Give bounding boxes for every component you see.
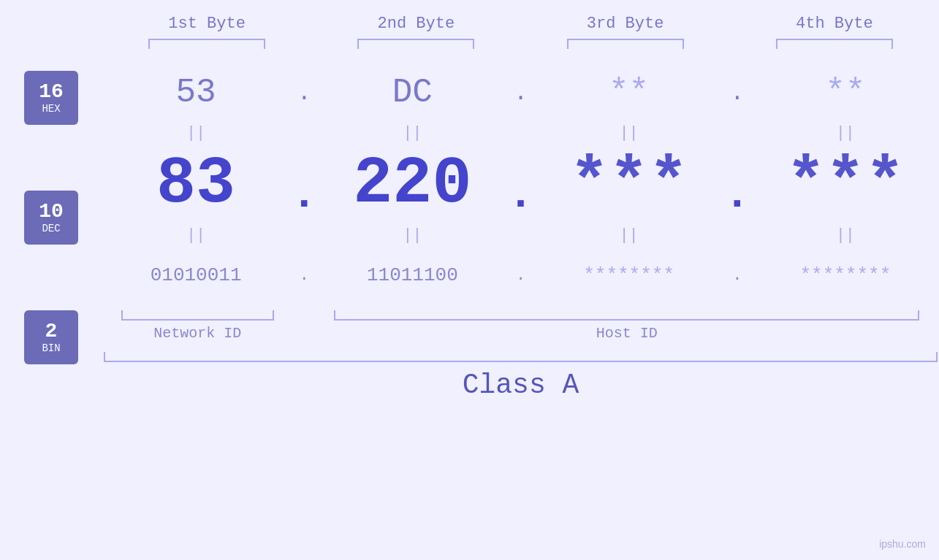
main-container: 1st Byte 2nd Byte 3rd Byte 4th Byte 16 H… bbox=[0, 0, 939, 560]
class-label-container: Class A bbox=[102, 369, 939, 401]
dec-dot-1: . bbox=[289, 151, 319, 217]
bin-b4-value: ******** bbox=[799, 264, 891, 286]
hex-b2-cell: DC bbox=[319, 74, 506, 112]
dec-badge: 10 DEC bbox=[24, 191, 78, 245]
hex-dot-3: . bbox=[723, 80, 752, 107]
byte1-header: 1st Byte bbox=[102, 15, 311, 33]
bracket-line-1 bbox=[148, 39, 265, 49]
eq1-b2: || bbox=[319, 124, 506, 142]
host-bracket: Host ID bbox=[322, 310, 932, 342]
dec-dot-2-symbol: . bbox=[507, 151, 533, 217]
eq1-b4: || bbox=[752, 124, 939, 142]
bracket-byte1 bbox=[102, 39, 311, 49]
hex-dot-2-symbol: . bbox=[514, 80, 528, 107]
dec-dot-2: . bbox=[506, 151, 536, 217]
hex-b3-value: ** bbox=[609, 74, 649, 112]
dec-dot-3-symbol: . bbox=[724, 151, 750, 217]
hex-b1-value: 53 bbox=[176, 74, 216, 112]
byte-headers: 1st Byte 2nd Byte 3rd Byte 4th Byte bbox=[0, 15, 939, 33]
bracket-byte3 bbox=[521, 39, 730, 49]
watermark-text: ipshu.com bbox=[879, 538, 926, 550]
byte4-header: 4th Byte bbox=[730, 15, 939, 33]
bottom-brackets-container: Network ID Host ID bbox=[102, 310, 939, 342]
bin-dot-2: . bbox=[506, 266, 536, 285]
dec-b4-value: *** bbox=[786, 147, 905, 221]
bin-dot-2-symbol: . bbox=[516, 266, 525, 285]
bin-badge-number: 2 bbox=[45, 321, 58, 343]
hex-dot-3-symbol: . bbox=[730, 80, 744, 107]
eq2-b4: || bbox=[752, 226, 939, 245]
bin-b1-cell: 01010011 bbox=[102, 264, 289, 286]
eq1-b3: || bbox=[536, 124, 723, 142]
bin-row: 01010011 . 11011100 . ******** . bbox=[102, 246, 939, 304]
dec-b4-cell: *** bbox=[752, 147, 939, 221]
dec-dot-1-symbol: . bbox=[291, 151, 317, 217]
eq2-b2: || bbox=[319, 226, 506, 245]
hex-b2-value: DC bbox=[392, 74, 433, 112]
bin-dot-3-symbol: . bbox=[732, 266, 742, 285]
dec-b2-cell: 220 bbox=[319, 147, 506, 221]
dec-b2-value: 220 bbox=[353, 147, 471, 221]
equals-row-2: || || || || bbox=[102, 224, 939, 246]
host-bracket-line bbox=[334, 310, 919, 321]
bin-b2-cell: 11011100 bbox=[319, 264, 506, 286]
class-a-label: Class A bbox=[463, 369, 579, 401]
hex-dot-1-symbol: . bbox=[297, 80, 311, 107]
bracket-line-2 bbox=[357, 39, 474, 49]
bracket-byte2 bbox=[311, 39, 520, 49]
equals-row-1: || || || || bbox=[102, 122, 939, 144]
bin-badge-label: BIN bbox=[42, 342, 60, 354]
bin-b3-value: ******** bbox=[583, 264, 674, 286]
bin-dot-1: . bbox=[289, 266, 319, 285]
dec-b3-value: *** bbox=[570, 147, 688, 221]
hex-badge: 16 HEX bbox=[24, 71, 78, 125]
hex-dot-2: . bbox=[506, 80, 536, 107]
content-area: 16 HEX 10 DEC 2 BIN 53 . bbox=[0, 64, 939, 401]
dec-b1-cell: 83 bbox=[102, 147, 289, 221]
top-brackets bbox=[0, 39, 939, 49]
dec-row: 83 . 220 . *** . *** bbox=[102, 144, 939, 224]
dec-b1-value: 83 bbox=[156, 147, 235, 221]
network-bracket-line bbox=[121, 310, 274, 321]
hex-b4-value: ** bbox=[825, 74, 865, 112]
bracket-line-4 bbox=[776, 39, 893, 49]
network-bracket: Network ID bbox=[102, 310, 293, 342]
bin-dot-3: . bbox=[723, 266, 752, 285]
bin-b2-value: 11011100 bbox=[367, 264, 458, 286]
bracket-byte4 bbox=[730, 39, 939, 49]
dec-badge-number: 10 bbox=[39, 201, 64, 223]
full-bracket-line bbox=[104, 352, 938, 362]
bin-badge: 2 BIN bbox=[24, 310, 78, 364]
full-bracket-container bbox=[102, 352, 939, 362]
eq2-b1: || bbox=[102, 226, 289, 245]
hex-b1-cell: 53 bbox=[102, 74, 289, 112]
network-id-label: Network ID bbox=[153, 325, 241, 342]
bin-b4-cell: ******** bbox=[752, 264, 939, 286]
badges-column: 16 HEX 10 DEC 2 BIN bbox=[0, 64, 102, 364]
hex-dot-1: . bbox=[289, 80, 319, 107]
dec-badge-label: DEC bbox=[42, 223, 60, 234]
eq2-b3: || bbox=[536, 226, 723, 245]
bin-b1-value: 01010011 bbox=[151, 264, 242, 286]
hex-badge-number: 16 bbox=[39, 81, 64, 104]
hex-b4-cell: ** bbox=[752, 74, 939, 112]
byte2-header: 2nd Byte bbox=[311, 15, 520, 33]
hex-badge-label: HEX bbox=[42, 103, 60, 115]
byte3-header: 3rd Byte bbox=[521, 15, 730, 33]
dec-b3-cell: *** bbox=[536, 147, 723, 221]
host-id-label: Host ID bbox=[596, 325, 658, 342]
hex-row: 53 . DC . ** . ** bbox=[102, 64, 939, 122]
dec-dot-3: . bbox=[723, 151, 752, 217]
hex-b3-cell: ** bbox=[536, 74, 723, 112]
bracket-line-3 bbox=[567, 39, 684, 49]
eq1-b1: || bbox=[102, 124, 289, 142]
bin-b3-cell: ******** bbox=[536, 264, 723, 286]
values-grid: 53 . DC . ** . ** bbox=[102, 64, 939, 401]
watermark: ipshu.com bbox=[879, 538, 926, 550]
bin-dot-1-symbol: . bbox=[300, 266, 309, 285]
